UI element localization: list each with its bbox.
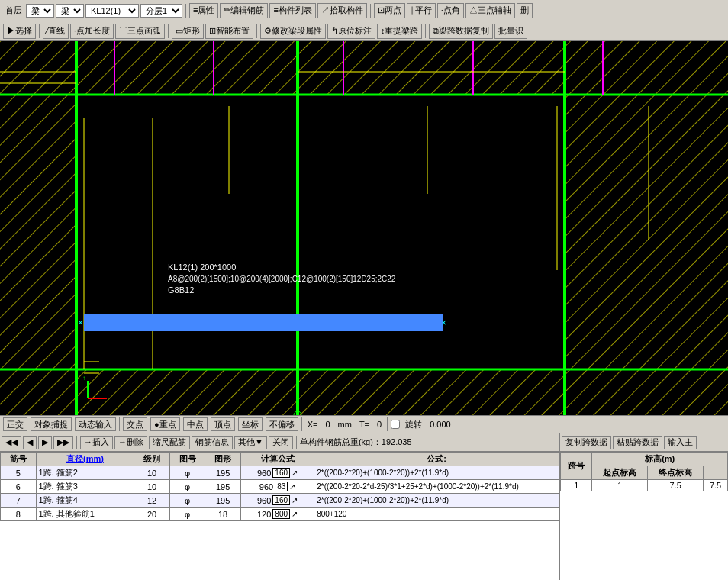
span-col-extra bbox=[704, 466, 728, 480]
col-formula: 计算公式 bbox=[240, 453, 314, 466]
component-list-btn[interactable]: ≡构件列表 bbox=[269, 3, 315, 18]
component-subtype-select[interactable]: 梁 bbox=[56, 4, 84, 18]
parallel-btn[interactable]: ∥平行 bbox=[407, 3, 436, 18]
three-arc-btn[interactable]: ⌒三点画弧 bbox=[115, 24, 165, 39]
modify-span-btn[interactable]: ⚙修改梁段属性 bbox=[260, 24, 326, 39]
cell-diameter: 10 bbox=[134, 466, 170, 480]
cell-grade: φ bbox=[169, 480, 205, 494]
sep3 bbox=[39, 24, 40, 38]
snap-toggle[interactable]: 对象捕捉 bbox=[31, 417, 72, 431]
span-header-row1: 跨号 标高(m) bbox=[561, 453, 728, 466]
close-btn[interactable]: 关闭 bbox=[269, 436, 293, 450]
svg-text:KL12(1) 200*1000: KL12(1) 200*1000 bbox=[168, 263, 236, 272]
col-grade: 级别 bbox=[134, 453, 170, 466]
point-angle-btn[interactable]: ·点角 bbox=[437, 3, 464, 18]
no-move[interactable]: 不偏移 bbox=[266, 417, 298, 431]
cell-id: 6 bbox=[1, 480, 37, 494]
span-table-container[interactable]: 跨号 标高(m) 起点标高 终点标高 1 1 7.5 7.5 bbox=[560, 452, 728, 580]
two-point-btn[interactable]: ⊡两点 bbox=[374, 3, 405, 18]
edit-rebar-btn[interactable]: ✏编辑钢筋 bbox=[220, 3, 268, 18]
re-raise-btn[interactable]: ↕重提梁跨 bbox=[377, 24, 423, 39]
three-point-axis-btn[interactable]: △三点辅轴 bbox=[465, 3, 515, 18]
layer-select[interactable]: 分层1 bbox=[140, 4, 182, 18]
component-id-select[interactable]: KL12(1) bbox=[85, 4, 139, 18]
cell-name: 1跨. 箍筋2 bbox=[36, 466, 134, 480]
other-btn[interactable]: 其他▼ bbox=[234, 436, 267, 450]
cell-diameter: 10 bbox=[134, 480, 170, 494]
insert-btn[interactable]: →插入 bbox=[80, 436, 113, 450]
next-last-btn[interactable]: ▶▶ bbox=[53, 436, 73, 450]
line-btn[interactable]: ∕直线 bbox=[43, 24, 69, 39]
status-sep3 bbox=[387, 417, 388, 431]
prev-btn[interactable]: ◀ bbox=[23, 436, 37, 450]
span-cell-start: 7.5 bbox=[648, 480, 704, 491]
intersect-snap[interactable]: 交点 bbox=[123, 417, 147, 431]
span-row[interactable]: 1 1 7.5 7.5 bbox=[561, 480, 728, 491]
cell-figure: 96083↗ bbox=[240, 480, 314, 494]
delete-btn[interactable]: 删 bbox=[517, 3, 533, 18]
next-btn[interactable]: ▶ bbox=[38, 436, 52, 450]
t-value: 0 bbox=[375, 419, 384, 430]
props-btn[interactable]: ≡属性 bbox=[189, 3, 218, 18]
delete-rebar-btn[interactable]: →删除 bbox=[114, 436, 147, 450]
rebar-panel: ◀◀ ◀ ▶ ▶▶ →插入 →删除 缩尺配筋 钢筋信息 其他▼ 关闭 单构件钢筋… bbox=[0, 433, 560, 580]
rotate-checkbox[interactable] bbox=[391, 420, 400, 429]
svg-rect-3 bbox=[0, 369, 728, 415]
x-value: 0 bbox=[323, 419, 332, 430]
point-add-btn[interactable]: ·点加长度 bbox=[70, 24, 114, 39]
table-row[interactable]: 7 1跨. 箍筋4 12 φ 195 960160↗ 2*((200-2*20)… bbox=[1, 494, 559, 508]
table-row[interactable]: 8 1跨. 其他箍筋1 20 φ 18 120800↗ 800+120 bbox=[1, 508, 559, 521]
main-canvas[interactable]: × × ↑ KL12(1) 200*1000 A8@200(2)[1500];1… bbox=[0, 41, 728, 415]
table-row[interactable]: 5 1跨. 箍筋2 10 φ 195 960160↗ 2*((200-2*20)… bbox=[1, 466, 559, 480]
span-col-id: 跨号 bbox=[561, 453, 592, 480]
vertex-snap[interactable]: 顶点 bbox=[211, 417, 235, 431]
rebar-info-btn[interactable]: 钢筋信息 bbox=[192, 436, 233, 450]
origin-dim-btn[interactable]: ↰原位标注 bbox=[327, 24, 375, 39]
smart-place-btn[interactable]: ⊞智能布置 bbox=[205, 24, 253, 39]
sep8 bbox=[296, 436, 297, 450]
unit-label: mm bbox=[336, 419, 354, 430]
span-tbody: 1 1 7.5 7.5 bbox=[561, 480, 728, 491]
rect-btn[interactable]: ▭矩形 bbox=[172, 24, 204, 39]
paste-span-btn[interactable]: 粘贴跨数据 bbox=[613, 436, 662, 450]
svg-rect-5 bbox=[565, 95, 728, 369]
x-label: X= bbox=[305, 419, 321, 430]
component-type-select[interactable]: 梁 bbox=[26, 4, 54, 18]
pick-btn[interactable]: ↗拾取构件 bbox=[317, 3, 367, 18]
input-main-btn[interactable]: 输入主 bbox=[664, 436, 697, 450]
cell-diameter: 12 bbox=[134, 494, 170, 508]
rebar-table: 筋号 直径(mm) 级别 图号 图形 计算公式 公式: 5 1跨. 箍筋2 10… bbox=[0, 452, 559, 521]
cell-figure: 960160↗ bbox=[240, 466, 314, 480]
cell-id: 7 bbox=[1, 494, 37, 508]
ortho-toggle[interactable]: 正交 bbox=[3, 417, 27, 431]
table-row[interactable]: 6 1跨. 箍筋3 10 φ 195 96083↗ 2*((200-2*20-2… bbox=[1, 480, 559, 494]
col-formula2: 公式: bbox=[314, 453, 559, 466]
col-diameter: 直径(mm) bbox=[36, 453, 134, 466]
select-btn[interactable]: ▶选择 bbox=[3, 24, 36, 39]
cell-formula: 2*((200-2*20)+(1000-2*20))+2*(11.9*d) bbox=[314, 466, 559, 480]
cell-figure: 960160↗ bbox=[240, 494, 314, 508]
midpoint-heavy[interactable]: ●重点 bbox=[150, 417, 180, 431]
svg-rect-23 bbox=[84, 314, 443, 331]
cell-name: 1跨. 箍筋3 bbox=[36, 480, 134, 494]
svg-text:↑: ↑ bbox=[82, 375, 85, 382]
scale-rebar-btn[interactable]: 缩尺配筋 bbox=[149, 436, 190, 450]
sep2 bbox=[370, 4, 371, 18]
cell-formula: 800+120 bbox=[314, 508, 559, 521]
span-col-height: 标高(m) bbox=[592, 453, 728, 466]
midpoint-snap[interactable]: 中点 bbox=[183, 417, 208, 431]
rebar-table-container[interactable]: 筋号 直径(mm) 级别 图号 图形 计算公式 公式: 5 1跨. 箍筋2 10… bbox=[0, 452, 559, 580]
cell-formula: 2*((200-2*20-2*d-25)/3*1+25+2*d)+(1000-2… bbox=[314, 480, 559, 494]
svg-text:G8B12: G8B12 bbox=[168, 285, 194, 295]
batch-id-btn[interactable]: 批量识 bbox=[494, 24, 527, 39]
prev-first-btn[interactable]: ◀◀ bbox=[2, 436, 21, 450]
cell-id: 8 bbox=[1, 508, 37, 521]
cell-name: 1跨. 箍筋4 bbox=[36, 494, 134, 508]
sep1 bbox=[185, 4, 186, 18]
copy-span-btn[interactable]: 复制跨数据 bbox=[562, 436, 611, 450]
span-copy-btn[interactable]: ⧉梁跨数据复制 bbox=[429, 24, 493, 39]
coord-display[interactable]: 坐标 bbox=[238, 417, 263, 431]
cell-fignum: 195 bbox=[205, 494, 241, 508]
dynamic-input-toggle[interactable]: 动态输入 bbox=[75, 417, 116, 431]
span-cell-id: 1 bbox=[561, 480, 592, 491]
